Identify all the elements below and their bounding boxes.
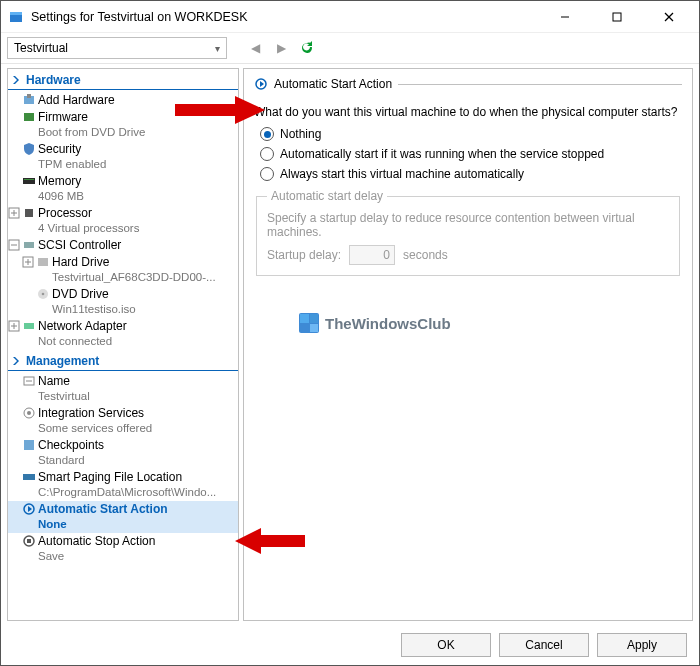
delay-input[interactable]: 0 xyxy=(349,245,395,265)
divider xyxy=(398,84,682,85)
smartpaging-icon xyxy=(22,470,36,484)
autostart-icon xyxy=(22,502,36,516)
expand-icon[interactable] xyxy=(22,256,34,268)
tree-item-harddrive[interactable]: Hard Drive Testvirtual_AF68C3DD-DD00-... xyxy=(8,254,238,286)
section-hardware[interactable]: Hardware xyxy=(8,71,238,90)
svg-rect-14 xyxy=(25,209,33,217)
app-icon xyxy=(9,10,23,24)
radio-icon xyxy=(260,147,274,161)
settings-tree: Hardware Add Hardware Firmware Boot from… xyxy=(7,68,239,621)
tree-item-autostop[interactable]: Automatic Stop Action Save xyxy=(8,533,238,565)
pane-title: Automatic Start Action xyxy=(254,77,682,91)
tree-item-name[interactable]: Name Testvirtual xyxy=(8,373,238,405)
svg-point-31 xyxy=(27,411,31,415)
radio-always[interactable]: Always start this virtual machine automa… xyxy=(260,167,682,181)
tree-item-autostart[interactable]: Automatic Start Action None xyxy=(8,501,238,533)
tree-item-smartpaging[interactable]: Smart Paging File Location C:\ProgramDat… xyxy=(8,469,238,501)
vm-selected-label: Testvirtual xyxy=(14,41,68,55)
svg-rect-27 xyxy=(24,323,34,329)
tree-item-security[interactable]: Security TPM enabled xyxy=(8,141,238,173)
svg-rect-8 xyxy=(24,113,34,121)
tree-item-integration[interactable]: Integration Services Some services offer… xyxy=(8,405,238,437)
tree-item-add-hardware[interactable]: Add Hardware xyxy=(8,92,238,109)
cpu-icon xyxy=(22,206,36,220)
svg-rect-37 xyxy=(27,539,31,543)
body: Hardware Add Hardware Firmware Boot from… xyxy=(1,64,699,625)
svg-rect-17 xyxy=(24,242,34,248)
svg-rect-1 xyxy=(10,12,22,15)
collapse-toggle-icon[interactable] xyxy=(11,74,23,86)
svg-marker-35 xyxy=(28,506,32,512)
settings-detail-pane: Automatic Start Action What do you want … xyxy=(243,68,693,621)
vm-selector[interactable]: Testvirtual ▾ xyxy=(7,37,227,59)
svg-rect-21 xyxy=(38,258,48,266)
svg-rect-7 xyxy=(27,94,31,98)
chevron-down-icon: ▾ xyxy=(215,43,220,54)
delay-desc: Specify a startup delay to reduce resour… xyxy=(267,211,669,239)
tree-item-processor[interactable]: Processor 4 Virtual processors xyxy=(8,205,238,237)
windows-logo-icon xyxy=(299,313,319,333)
svg-rect-10 xyxy=(24,179,34,180)
autostop-icon xyxy=(22,534,36,548)
memory-icon xyxy=(22,174,36,188)
expand-icon[interactable] xyxy=(8,207,20,219)
titlebar: Settings for Testvirtual on WORKDESK xyxy=(1,1,699,33)
nav-back-button[interactable]: ◀ xyxy=(245,38,265,58)
tree-item-checkpoints[interactable]: Checkpoints Standard xyxy=(8,437,238,469)
tree-item-network[interactable]: Network Adapter Not connected xyxy=(8,318,238,350)
tree-item-firmware[interactable]: Firmware Boot from DVD Drive xyxy=(8,109,238,141)
radio-nothing[interactable]: Nothing xyxy=(260,127,682,141)
toolbar: Testvirtual ▾ ◀ ▶ xyxy=(1,33,699,64)
collapse-icon[interactable] xyxy=(8,239,20,251)
integration-icon xyxy=(22,406,36,420)
pane-question: What do you want this virtual machine to… xyxy=(254,105,682,119)
tree-item-dvd[interactable]: DVD Drive Win11testiso.iso xyxy=(8,286,238,318)
svg-rect-33 xyxy=(23,474,35,480)
firmware-icon xyxy=(22,110,36,124)
ok-button[interactable]: OK xyxy=(401,633,491,657)
collapse-toggle-icon[interactable] xyxy=(11,355,23,367)
expand-icon[interactable] xyxy=(8,320,20,332)
refresh-button[interactable] xyxy=(297,38,317,58)
radio-icon xyxy=(260,167,274,181)
autostart-icon xyxy=(254,77,268,91)
dialog-footer: OK Cancel Apply xyxy=(1,625,699,665)
tree-item-scsi[interactable]: SCSI Controller xyxy=(8,237,238,254)
auto-start-delay-group: Automatic start delay Specify a startup … xyxy=(256,189,680,276)
radio-auto-if-running[interactable]: Automatically start if it was running wh… xyxy=(260,147,682,161)
cancel-button[interactable]: Cancel xyxy=(499,633,589,657)
svg-rect-9 xyxy=(23,178,35,184)
name-icon xyxy=(22,374,36,388)
window-title: Settings for Testvirtual on WORKDESK xyxy=(31,10,535,24)
delay-label: Startup delay: xyxy=(267,248,341,262)
section-management[interactable]: Management xyxy=(8,352,238,371)
dvd-icon xyxy=(36,287,50,301)
settings-window: Settings for Testvirtual on WORKDESK Tes… xyxy=(0,0,700,666)
watermark: TheWindowsClub xyxy=(299,313,451,333)
scsi-icon xyxy=(22,238,36,252)
svg-point-23 xyxy=(42,293,45,296)
delay-legend: Automatic start delay xyxy=(267,189,387,203)
checkpoints-icon xyxy=(22,438,36,452)
delay-unit: seconds xyxy=(403,248,448,262)
shield-icon xyxy=(22,142,36,156)
svg-rect-32 xyxy=(24,440,34,450)
svg-marker-39 xyxy=(260,81,264,87)
close-button[interactable] xyxy=(647,2,691,32)
harddrive-icon xyxy=(36,255,50,269)
maximize-button[interactable] xyxy=(595,2,639,32)
radio-icon xyxy=(260,127,274,141)
minimize-button[interactable] xyxy=(543,2,587,32)
apply-button[interactable]: Apply xyxy=(597,633,687,657)
tree-item-memory[interactable]: Memory 4096 MB xyxy=(8,173,238,205)
network-icon xyxy=(22,319,36,333)
add-hardware-icon xyxy=(22,93,36,107)
svg-rect-3 xyxy=(613,13,621,21)
nav-forward-button[interactable]: ▶ xyxy=(271,38,291,58)
